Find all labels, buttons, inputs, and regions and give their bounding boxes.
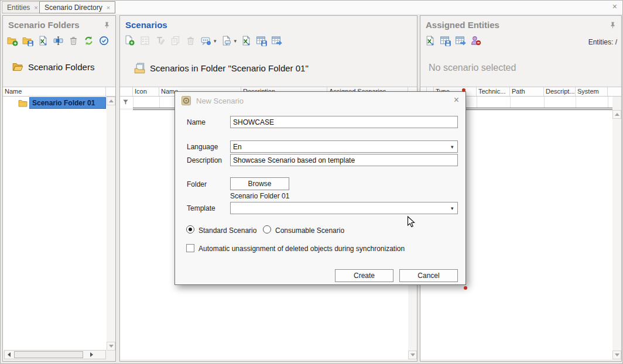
scroll-left-icon[interactable] bbox=[5, 351, 13, 359]
scroll-down-icon[interactable] bbox=[408, 351, 417, 359]
consumable-scenario-radio[interactable] bbox=[263, 225, 271, 233]
scroll-down-icon[interactable] bbox=[107, 342, 115, 351]
pin-icon[interactable] bbox=[103, 21, 111, 29]
export-excel-icon[interactable] bbox=[241, 35, 252, 46]
scenario-folders-panel: Scenario Folders Scenario Folders Name S… bbox=[2, 15, 116, 362]
no-scenario-selected-label: No scenario selected bbox=[429, 63, 516, 73]
template-doc-icon[interactable] bbox=[221, 35, 232, 46]
column-header-name[interactable]: Name bbox=[3, 87, 106, 96]
refresh-icon[interactable] bbox=[83, 35, 94, 46]
chevron-down-icon[interactable]: ▾ bbox=[451, 144, 454, 150]
comments-icon[interactable] bbox=[200, 35, 211, 46]
folders-grid-header: Name bbox=[3, 87, 115, 97]
mouse-cursor bbox=[407, 216, 416, 228]
hscroll-thumb[interactable] bbox=[14, 351, 83, 358]
row-indicator-column bbox=[120, 87, 133, 96]
scenarios-caption: Scenarios in Folder "Scenario Folder 01" bbox=[134, 63, 309, 74]
entities-count-label: Entities: / bbox=[588, 38, 617, 46]
standard-scenario-label: Standard Scenario bbox=[198, 226, 256, 235]
language-label: Language bbox=[187, 143, 218, 151]
panel-title: Scenario Folders bbox=[8, 20, 80, 30]
scroll-down-icon[interactable] bbox=[612, 351, 621, 359]
scenario-dialog-icon bbox=[182, 96, 191, 105]
unassign-entity-icon[interactable] bbox=[470, 35, 481, 46]
save-layout-icon[interactable] bbox=[256, 35, 267, 46]
folder-label: Folder bbox=[187, 180, 207, 188]
cancel-button[interactable]: Cancel bbox=[399, 269, 458, 282]
folders-tree-area[interactable] bbox=[3, 97, 107, 351]
folders-vscrollbar[interactable] bbox=[107, 97, 115, 351]
column-header-spacer bbox=[608, 87, 621, 96]
template-label: Template bbox=[187, 204, 215, 212]
rename-scenario-icon[interactable] bbox=[155, 35, 166, 46]
dialog-title: New Scenario bbox=[196, 97, 244, 105]
properties-icon[interactable] bbox=[139, 35, 150, 46]
new-scenario-icon[interactable] bbox=[124, 35, 135, 46]
name-label: Name bbox=[187, 118, 206, 126]
tab-scenario-directory[interactable]: Scenario Directory × bbox=[39, 1, 115, 13]
description-field[interactable] bbox=[230, 154, 458, 166]
export-excel-icon[interactable] bbox=[425, 35, 436, 46]
browse-button[interactable]: Browse bbox=[230, 177, 289, 190]
tab-scenario-directory-label: Scenario Directory bbox=[44, 4, 102, 12]
folders-hscrollbar[interactable] bbox=[4, 350, 106, 359]
validate-icon[interactable] bbox=[98, 35, 109, 46]
entities-toolbar bbox=[425, 35, 481, 46]
dialog-titlebar[interactable]: New Scenario bbox=[175, 92, 465, 109]
selected-folder[interactable]: Scenario Folder 01 bbox=[29, 97, 106, 109]
column-header-icon[interactable]: Icon bbox=[133, 87, 159, 96]
panel-title: Assigned Entities bbox=[426, 20, 499, 30]
load-layout-icon[interactable] bbox=[271, 35, 282, 46]
annotation-dot bbox=[464, 286, 467, 290]
column-header-path[interactable]: Path bbox=[510, 87, 544, 96]
chevron-down-icon[interactable]: ▾ bbox=[451, 205, 454, 211]
folders-toolbar bbox=[7, 35, 109, 46]
auto-unassign-label: Automatic unassignment of deleted object… bbox=[198, 245, 405, 253]
add-folder-icon[interactable] bbox=[7, 35, 18, 46]
folder-template-icon[interactable] bbox=[22, 35, 33, 46]
create-button[interactable]: Create bbox=[335, 269, 393, 282]
folder-tree-row[interactable]: Scenario Folder 01 bbox=[3, 97, 106, 109]
tab-entities[interactable]: Entities × bbox=[2, 1, 43, 13]
tab-bar: Entities × Scenario Directory × × bbox=[1, 1, 622, 14]
description-label: Description bbox=[187, 156, 222, 164]
scroll-up-icon[interactable] bbox=[107, 97, 115, 105]
column-header-description[interactable]: Descript... bbox=[544, 87, 576, 96]
entities-vscrollbar[interactable] bbox=[612, 110, 621, 359]
selected-folder-label: Scenario Folder 01 bbox=[230, 192, 289, 200]
folder-icon bbox=[18, 98, 28, 108]
open-folder-icon bbox=[12, 61, 23, 73]
template-select[interactable] bbox=[230, 202, 458, 214]
copy-scenario-icon[interactable] bbox=[170, 35, 181, 46]
language-select[interactable] bbox=[230, 140, 458, 153]
export-excel-icon[interactable] bbox=[37, 35, 49, 46]
delete-folder-icon[interactable] bbox=[68, 35, 79, 46]
annotation-dot bbox=[462, 88, 465, 92]
scroll-up-icon[interactable] bbox=[612, 110, 621, 119]
load-layout-icon[interactable] bbox=[455, 35, 466, 46]
dropdown-caret-icon[interactable]: ▾ bbox=[214, 38, 217, 44]
panel-title: Scenarios bbox=[125, 20, 167, 30]
pin-icon[interactable] bbox=[609, 21, 617, 29]
dropdown-caret-icon[interactable]: ▾ bbox=[234, 38, 237, 44]
dialog-close-icon[interactable]: × bbox=[454, 95, 459, 105]
tab-close-icon[interactable]: × bbox=[107, 4, 110, 11]
name-field[interactable] bbox=[230, 116, 458, 128]
new-scenario-dialog: New Scenario × Name Language ▾ Descripti… bbox=[174, 91, 466, 285]
column-header-technical[interactable]: Technic... bbox=[477, 87, 510, 96]
rename-folder-icon[interactable] bbox=[53, 35, 64, 46]
scroll-right-icon[interactable] bbox=[87, 351, 96, 359]
save-layout-icon[interactable] bbox=[440, 35, 451, 46]
tab-close-icon[interactable]: × bbox=[34, 4, 37, 11]
filter-funnel-icon[interactable] bbox=[122, 98, 129, 106]
column-header-spacer bbox=[106, 87, 115, 96]
scenarios-folder-icon bbox=[134, 63, 145, 74]
column-header-system[interactable]: System bbox=[576, 87, 608, 96]
delete-scenario-icon[interactable] bbox=[185, 35, 196, 46]
consumable-scenario-label: Consumable Scenario bbox=[275, 226, 344, 235]
tab-entities-label: Entities bbox=[7, 4, 30, 12]
auto-unassign-checkbox[interactable] bbox=[186, 244, 194, 252]
scenarios-toolbar: ▾ ▾ bbox=[124, 35, 282, 46]
standard-scenario-radio[interactable] bbox=[186, 225, 194, 233]
window-close-icon[interactable]: × bbox=[612, 2, 617, 11]
